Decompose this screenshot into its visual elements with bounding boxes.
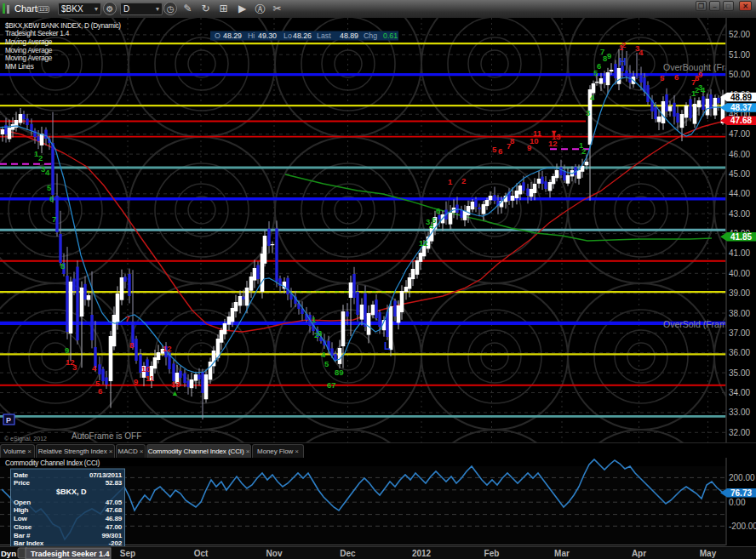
svg-text:5: 5 (492, 145, 497, 154)
svg-text:5: 5 (324, 359, 329, 368)
svg-text:Moving Average: Moving Average (5, 54, 53, 62)
svg-text:33.00: 33.00 (729, 408, 750, 417)
svg-text:35.00: 35.00 (729, 368, 750, 378)
svg-text:43.00: 43.00 (729, 209, 750, 219)
svg-text:07/13/2011: 07/13/2011 (89, 471, 123, 479)
svg-text:4: 4 (45, 168, 50, 177)
svg-text:32.00: 32.00 (729, 428, 750, 437)
svg-text:Chg: Chg (364, 31, 377, 40)
svg-text:Bar #: Bar # (14, 532, 31, 539)
svg-text:2: 2 (461, 176, 466, 185)
svg-text:2: 2 (38, 153, 43, 163)
svg-text:$BKX, D: $BKX, D (56, 488, 87, 496)
svg-text:Last: Last (317, 31, 331, 40)
svg-text:▲: ▲ (171, 389, 179, 397)
svg-text:Tradesight Seeker 1.4: Tradesight Seeker 1.4 (31, 550, 110, 558)
svg-text:36.00: 36.00 (729, 348, 750, 357)
svg-text:47.00: 47.00 (729, 129, 750, 139)
svg-text:Hi: Hi (248, 31, 255, 40)
svg-text:48.29: 48.29 (223, 31, 242, 40)
svg-text:Moving Average: Moving Average (5, 47, 53, 54)
svg-text:10: 10 (141, 364, 151, 374)
svg-text:MM Lines: MM Lines (5, 63, 34, 71)
svg-text:© eSignal, 2012: © eSignal, 2012 (4, 436, 47, 442)
svg-text:6: 6 (674, 72, 679, 82)
svg-text:Nov: Nov (266, 549, 283, 558)
svg-text:7: 7 (52, 214, 56, 224)
svg-text:6: 6 (597, 61, 601, 71)
svg-text:Apr: Apr (632, 549, 646, 558)
svg-text:4: 4 (321, 350, 326, 359)
svg-text:7: 7 (125, 314, 129, 323)
svg-text:9: 9 (65, 345, 69, 355)
svg-text:38.00: 38.00 (729, 309, 750, 318)
svg-text:4: 4 (639, 48, 644, 57)
svg-text:Close: Close (14, 523, 32, 531)
svg-text:34.00: 34.00 (729, 388, 750, 397)
svg-text:L: L (384, 340, 390, 352)
svg-text:52.00: 52.00 (729, 30, 750, 39)
svg-text:5: 5 (47, 183, 52, 192)
svg-text:▼: ▼ (550, 128, 558, 137)
svg-text:High: High (14, 506, 28, 514)
svg-text:5: 5 (660, 73, 665, 83)
svg-text:47.68: 47.68 (730, 116, 752, 125)
svg-text:50.00: 50.00 (729, 70, 750, 79)
svg-text:Tradesight Seeker 1.4: Tradesight Seeker 1.4 (5, 30, 70, 37)
svg-text:76.73: 76.73 (730, 488, 752, 498)
svg-text:Lo: Lo (284, 31, 292, 40)
svg-text:46.00: 46.00 (729, 150, 750, 159)
svg-text:-200.00: -200.00 (729, 522, 756, 531)
svg-text:39.00: 39.00 (729, 288, 750, 298)
svg-text:Commodity Channel Index (CCI): Commodity Channel Index (CCI) (5, 459, 100, 467)
svg-text:6: 6 (98, 386, 102, 396)
svg-text:Date: Date (14, 471, 28, 479)
svg-text:3: 3 (318, 328, 322, 338)
svg-text:5: 5 (432, 215, 437, 225)
svg-text:6: 6 (436, 206, 440, 215)
svg-text:Sep: Sep (120, 549, 135, 558)
svg-text:41.85: 41.85 (730, 232, 752, 242)
svg-text:47.05: 47.05 (106, 499, 123, 506)
svg-text:89: 89 (335, 368, 344, 377)
svg-text:Price: Price (14, 479, 30, 487)
svg-text:45.00: 45.00 (729, 169, 750, 179)
svg-text:Low: Low (14, 515, 27, 522)
svg-text:12: 12 (163, 344, 172, 353)
svg-text:1: 1 (448, 177, 453, 186)
svg-text:0.61: 0.61 (383, 31, 398, 40)
svg-text:$BKX,KBW BANK INDEX, D (Dynami: $BKX,KBW BANK INDEX, D (Dynamic) (5, 22, 121, 30)
svg-text:67: 67 (327, 380, 336, 390)
svg-text:47.68: 47.68 (106, 506, 123, 514)
svg-text:6: 6 (49, 194, 54, 203)
svg-text:99/301: 99/301 (101, 532, 122, 539)
svg-text:48.37: 48.37 (730, 103, 752, 112)
svg-text:Open: Open (14, 499, 31, 506)
svg-text:O: O (215, 31, 220, 40)
svg-text:12: 12 (419, 238, 428, 248)
svg-text:48.89: 48.89 (730, 93, 752, 102)
svg-text:2: 2 (621, 40, 626, 49)
svg-text:Mar: Mar (554, 549, 570, 558)
svg-text:Bar Index: Bar Index (14, 539, 44, 547)
svg-text:41.00: 41.00 (729, 248, 750, 258)
svg-text:51.00: 51.00 (729, 50, 750, 60)
svg-text:Dyn: Dyn (1, 549, 16, 558)
svg-text:11: 11 (533, 128, 542, 138)
svg-text:3: 3 (586, 108, 590, 117)
svg-text:0.00: 0.00 (729, 498, 746, 507)
svg-text:4: 4 (590, 93, 595, 102)
svg-text:AutoFrame is OFF: AutoFrame is OFF (72, 431, 141, 441)
svg-text:4: 4 (701, 85, 706, 94)
svg-text:-202: -202 (109, 539, 123, 547)
svg-text:8: 8 (510, 136, 514, 145)
svg-text:48.26: 48.26 (293, 31, 312, 40)
svg-text:4: 4 (92, 363, 97, 373)
svg-text:Moving Average: Moving Average (5, 38, 53, 46)
svg-text:200.00: 200.00 (729, 473, 755, 482)
svg-text:3: 3 (72, 362, 77, 372)
svg-text:37.00: 37.00 (729, 328, 750, 338)
svg-text:11: 11 (146, 374, 155, 383)
svg-text:OverSold (Frame): OverSold (Frame) (663, 319, 735, 329)
svg-text:9: 9 (607, 51, 611, 60)
